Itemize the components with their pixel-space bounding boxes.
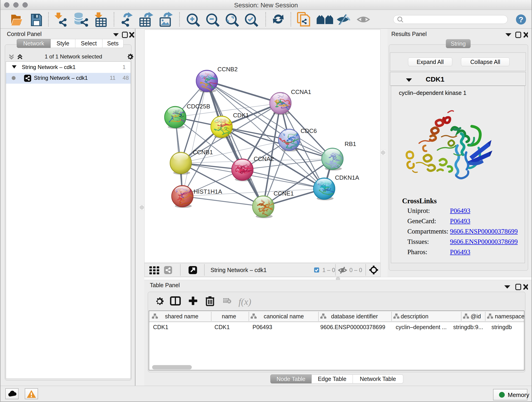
svg-text:RB1: RB1 bbox=[345, 140, 356, 147]
svg-text:CDC6: CDC6 bbox=[301, 128, 317, 134]
svg-text:CDK1: CDK1 bbox=[233, 112, 249, 119]
svg-text:P06493: P06493 bbox=[253, 324, 272, 330]
svg-text:CDKN1A: CDKN1A bbox=[335, 174, 359, 181]
svg-text:9606.ENSP00000378699: 9606.ENSP00000378699 bbox=[320, 324, 385, 330]
svg-text:HIST1H1A: HIST1H1A bbox=[194, 188, 222, 195]
svg-text:CCNA2: CCNA2 bbox=[254, 155, 274, 162]
svg-text:CCNB2: CCNB2 bbox=[217, 66, 238, 73]
svg-text:?: ? bbox=[519, 15, 524, 24]
svg-text:CCNB1: CCNB1 bbox=[193, 149, 213, 156]
svg-text:database identifier: database identifier bbox=[331, 313, 378, 319]
svg-text:shared name: shared name bbox=[165, 313, 198, 319]
svg-text:f(x): f(x) bbox=[239, 297, 251, 307]
svg-text:canonical name: canonical name bbox=[264, 313, 304, 319]
svg-text:CDK1: CDK1 bbox=[153, 324, 168, 330]
svg-text:0 – 0: 0 – 0 bbox=[349, 267, 362, 273]
svg-text:stringdb: stringdb bbox=[491, 324, 512, 330]
svg-text:CDK1: CDK1 bbox=[215, 324, 230, 330]
svg-text:cyclin–dependent ...: cyclin–dependent ... bbox=[396, 324, 447, 330]
svg-text:String Network – cdk1: String Network – cdk1 bbox=[210, 267, 267, 273]
svg-text:name: name bbox=[222, 313, 236, 319]
svg-text:CCNA1: CCNA1 bbox=[291, 89, 311, 95]
svg-text:namespace: namespace bbox=[495, 313, 525, 319]
svg-text:description: description bbox=[401, 313, 428, 319]
svg-text:@id: @id bbox=[471, 313, 481, 319]
svg-text:stringdb:9...: stringdb:9... bbox=[453, 324, 483, 330]
svg-text:1 – 0: 1 – 0 bbox=[322, 267, 335, 273]
svg-text:CCNE1: CCNE1 bbox=[273, 190, 294, 197]
svg-text:CDC25B: CDC25B bbox=[187, 103, 210, 110]
